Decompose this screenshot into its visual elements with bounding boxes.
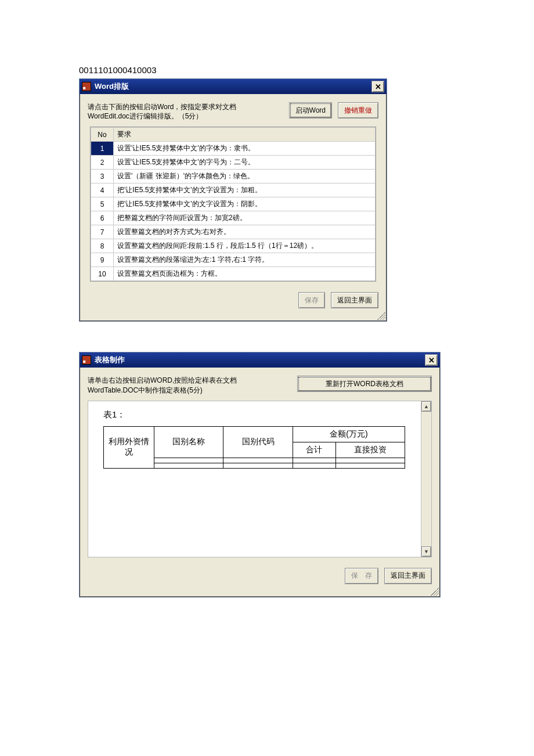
- row-header: 利用外资情况: [104, 426, 154, 468]
- return-main-button[interactable]: 返回主界面: [384, 568, 432, 584]
- close-button[interactable]: ✕: [425, 354, 438, 366]
- cell-empty: [223, 458, 293, 463]
- requirements-grid: No 要求 1设置'让IE5.5支持繁体中文'的字体为：隶书。 2设置'让IE5…: [90, 127, 376, 282]
- cell-empty: [154, 463, 223, 468]
- titlebar[interactable]: ■ Word排版 ✕: [80, 79, 387, 94]
- table-row[interactable]: 9设置整篇文档的段落缩进为:左:1 字符,右:1 字符。: [91, 253, 376, 267]
- window-title: 表格制作: [95, 355, 125, 365]
- save-button[interactable]: 保 存: [345, 568, 378, 584]
- table-row[interactable]: 5把'让IE5.5支持繁体中文'的文字设置为：阴影。: [91, 197, 376, 211]
- col-header-no[interactable]: No: [91, 128, 114, 142]
- app-icon: ■: [82, 82, 91, 91]
- page-code: 0011101000410003: [0, 65, 534, 75]
- save-button[interactable]: 保存: [298, 292, 325, 308]
- col-header-req[interactable]: 要求: [114, 128, 376, 142]
- scroll-down-icon[interactable]: ▼: [421, 546, 431, 557]
- cell-empty: [154, 458, 223, 463]
- cell-empty: [293, 463, 335, 468]
- instruction-text: 请单击右边按钮启动WORD,按照给定样表在文档WordTable.DOC中制作指…: [88, 376, 285, 394]
- table-row[interactable]: 6把整篇文档的字符间距设置为：加宽2磅。: [91, 211, 376, 225]
- scroll-up-icon[interactable]: ▲: [421, 401, 431, 412]
- col-header-amount: 金额(万元): [293, 426, 405, 442]
- cell-empty: [293, 458, 335, 463]
- doc-heading: 表1：: [103, 409, 416, 420]
- table-row[interactable]: 3设置'（新疆 张迎新）'的字体颜色为：绿色。: [91, 170, 376, 183]
- window-title: Word排版: [95, 81, 129, 92]
- app-icon: ■: [82, 355, 91, 365]
- resize-grip[interactable]: [80, 312, 387, 321]
- titlebar[interactable]: ■ 表格制作 ✕: [80, 352, 440, 368]
- embedded-document: 表1： 利用外资情况 国别名称 国别代码 金额(万元) 合计 直接投资: [88, 401, 432, 557]
- window-word-typeset: ■ Word排版 ✕ 请点击下面的按钮启动Word，按指定要求对文档WordEd…: [79, 78, 387, 322]
- table-row[interactable]: 10设置整篇文档页面边框为：方框。: [91, 267, 376, 281]
- launch-word-button[interactable]: 启动Word: [289, 102, 332, 118]
- close-button[interactable]: ✕: [371, 81, 384, 92]
- table-row[interactable]: 2设置'让IE5.5支持繁体中文'的字号为：二号。: [91, 156, 376, 170]
- sample-table: 利用外资情况 国别名称 国别代码 金额(万元) 合计 直接投资: [103, 426, 405, 469]
- table-row[interactable]: 7设置整篇文档的对齐方式为:右对齐。: [91, 225, 376, 239]
- col-header-direct: 直接投资: [335, 442, 405, 458]
- instruction-text: 请点击下面的按钮启动Word，按指定要求对文档WordEdit.doc进行编辑排…: [88, 102, 262, 121]
- col-header-name: 国别名称: [154, 426, 223, 458]
- cell-empty: [335, 463, 405, 468]
- vertical-scrollbar[interactable]: ▲ ▼: [421, 401, 431, 557]
- reopen-word-table-button[interactable]: 重新打开WORD表格文档: [297, 376, 432, 392]
- window-table-create: ■ 表格制作 ✕ 请单击右边按钮启动WORD,按照给定样表在文档WordTabl…: [79, 352, 441, 597]
- resize-grip[interactable]: [80, 588, 440, 597]
- table-row[interactable]: 1设置'让IE5.5支持繁体中文'的字体为：隶书。: [91, 142, 376, 156]
- col-header-total: 合计: [293, 442, 335, 458]
- table-row[interactable]: 4把'让IE5.5支持繁体中文'的文字设置为：加粗。: [91, 183, 376, 197]
- table-row[interactable]: 8设置整篇文档的段间距:段前:1.5 行，段后:1.5 行（1行＝12磅）。: [91, 239, 376, 253]
- cell-empty: [335, 458, 405, 463]
- return-main-button[interactable]: 返回主界面: [331, 292, 378, 308]
- undo-redo-button[interactable]: 撤销重做: [338, 102, 378, 118]
- col-header-code: 国别代码: [223, 426, 293, 458]
- cell-empty: [223, 463, 293, 468]
